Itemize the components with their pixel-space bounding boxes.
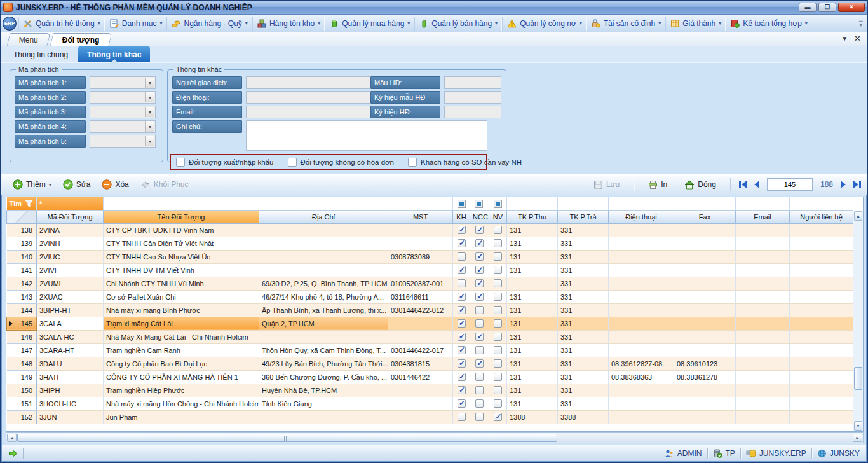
nv-checkbox[interactable] [494, 373, 502, 381]
cell-dienthoai[interactable] [609, 397, 674, 410]
ncc-checkbox[interactable] [475, 226, 484, 234]
cell-kh[interactable] [453, 237, 470, 250]
menu-item-0[interactable]: Quản trị hệ thống▾ [18, 17, 105, 31]
ncc-checkbox[interactable] [475, 279, 484, 287]
cell-mst[interactable] [388, 263, 453, 277]
cell-kh[interactable] [453, 277, 470, 290]
toolbar-button-thêm[interactable]: Thêm▾ [7, 179, 57, 190]
note-textarea[interactable] [246, 120, 487, 151]
cell-dienthoai[interactable] [609, 223, 674, 237]
cell-dienthoai[interactable] [609, 343, 674, 357]
nv-checkbox[interactable] [494, 413, 502, 421]
cell-email[interactable] [736, 357, 790, 370]
cell-nv[interactable] [489, 223, 507, 237]
cell-nv[interactable] [489, 290, 507, 303]
toolbar-button-khôi-phục[interactable]: Khôi Phục [135, 180, 194, 190]
row-header[interactable]: 139 [7, 237, 37, 250]
column-header-ncc[interactable]: NCC [470, 210, 489, 223]
row-header[interactable]: 143 [7, 290, 37, 303]
close-tab-icon[interactable]: ✕ [854, 34, 861, 43]
cell-nlh[interactable] [790, 303, 853, 317]
cell-nv[interactable] [489, 237, 507, 250]
kh-checkbox[interactable] [458, 239, 466, 247]
cell-tktra[interactable]: 331 [558, 384, 609, 397]
kh-checkbox[interactable] [458, 373, 466, 381]
kh-checkbox[interactable] [458, 359, 466, 368]
column-header-email[interactable]: Email [736, 210, 790, 223]
cell-dienthoai[interactable] [609, 277, 674, 290]
menu-item-3[interactable]: Hàng tồn kho▾ [252, 17, 325, 31]
cell-dienthoai[interactable] [609, 290, 674, 303]
table-row[interactable]: 1402VIUCCTY TNHH Cao Su Nhựa Việt Úc0308… [7, 250, 853, 263]
cell-tktra[interactable]: 331 [558, 317, 609, 330]
menu-item-8[interactable]: Giá thành▾ [665, 17, 726, 31]
menu-item-2[interactable]: Ngân hàng - Quỹ▾ [166, 17, 252, 31]
kh-checkbox[interactable] [458, 413, 466, 421]
cell-diachi[interactable] [259, 237, 388, 250]
cell-diachi[interactable]: Tỉnh Kiên Giang [259, 397, 388, 410]
filter-cell-diachi[interactable] [259, 197, 388, 210]
cell-nv[interactable] [489, 343, 507, 357]
cell-tktra[interactable]: 331 [558, 223, 609, 237]
cell-diachi[interactable]: 49/23 Lũy Bán Bích, Phường Tân Thới... [259, 357, 388, 370]
cell-ma[interactable]: 3CARA-HT [37, 343, 104, 357]
cell-ten[interactable]: Trạm nghiền Cam Ranh [104, 343, 259, 357]
cell-ten[interactable]: CÔNG TY CỔ PHẦN XI MĂNG HÀ TIÊN 1 [104, 370, 259, 384]
cell-ncc[interactable] [470, 303, 489, 317]
row-header[interactable]: 142 [7, 277, 37, 290]
ncc-checkbox[interactable] [475, 333, 484, 341]
cell-diachi[interactable]: Thôn Hòn Quy, xã Cam Thịnh Đông, T... [259, 343, 388, 357]
toolbar-button-sửa[interactable]: Sửa [57, 179, 97, 190]
cell-nv[interactable] [489, 317, 507, 330]
flag-checkbox-2[interactable]: Khách hàng có SO cần vay NH [408, 158, 522, 167]
cell-ma[interactable]: 3HIPH [37, 384, 104, 397]
cell-tktra[interactable]: 331 [558, 250, 609, 263]
filter-cell-tktra[interactable] [558, 197, 609, 210]
table-row[interactable]: 1503HIPHTrạm nghiền Hiệp PhướcHuyện Nhà … [7, 384, 853, 397]
cell-fax[interactable] [674, 223, 736, 237]
cell-tktra[interactable]: 331 [558, 303, 609, 317]
cell-dienthoai[interactable] [609, 303, 674, 317]
cell-fax[interactable] [674, 263, 736, 277]
nv-checkbox[interactable] [494, 293, 502, 301]
toolbar-button-lưu[interactable]: Lưu [588, 180, 625, 190]
cell-email[interactable] [736, 384, 790, 397]
cell-kh[interactable] [453, 343, 470, 357]
nv-filter-checkbox[interactable] [494, 200, 502, 208]
cell-ncc[interactable] [470, 317, 489, 330]
cell-kh[interactable] [453, 357, 470, 370]
cell-nlh[interactable] [790, 410, 853, 424]
cell-fax[interactable] [674, 410, 736, 424]
toolbar-button-xóa[interactable]: Xóa [96, 179, 134, 190]
table-row[interactable]: 1463CALA-HCNhà Máy Xi Măng Cát Lái - Chi… [7, 330, 853, 343]
row-header[interactable]: 152 [7, 410, 37, 424]
ncc-checkbox[interactable] [475, 346, 484, 354]
table-row[interactable]: 1493HATICÔNG TY CỔ PHẦN XI MĂNG HÀ TIÊN … [7, 370, 853, 384]
cell-tktra[interactable]: 331 [558, 357, 609, 370]
cell-ten[interactable]: Nhà máy xi măng Bình Phước [104, 303, 259, 317]
scroll-up-icon[interactable]: ▲ [854, 211, 862, 221]
table-row[interactable]: 1432XUACCơ sở Pallet Xuân Chi46/27/14 Kh… [7, 290, 853, 303]
menu-item-4[interactable]: Quản lý mua hàng▾ [325, 17, 414, 31]
table-row[interactable]: 1443BIPH-HTNhà máy xi măng Bình PhướcẤp … [7, 303, 853, 317]
ncc-filter-checkbox[interactable] [475, 200, 483, 208]
column-header-fax[interactable]: Fax [674, 210, 736, 223]
cell-tktra[interactable]: 331 [558, 343, 609, 357]
invoice-input-0[interactable] [444, 76, 501, 89]
column-header-diachi[interactable]: Địa Chỉ [259, 210, 388, 223]
nav-next-button[interactable] [841, 181, 846, 188]
analysis-combo-3[interactable]: ▼ [90, 106, 156, 118]
toolbar-button-đóng[interactable]: Đóng [679, 180, 722, 190]
cell-ma[interactable]: 3DALU [37, 357, 104, 370]
cell-ten[interactable]: CTY TNHH Cao Su Nhựa Việt Úc [104, 250, 259, 263]
filter-button[interactable]: Tìm [7, 197, 37, 210]
nv-checkbox[interactable] [494, 226, 502, 234]
ncc-checkbox[interactable] [475, 373, 484, 381]
cell-fax[interactable] [674, 330, 736, 343]
nv-checkbox[interactable] [494, 252, 502, 261]
cell-ten[interactable]: Nhà Máy Xi Măng Cát Lái - Chi Nhánh Holc… [104, 330, 259, 343]
analysis-combo-5[interactable]: ▼ [90, 135, 156, 148]
row-header[interactable]: 150 [7, 384, 37, 397]
kh-checkbox[interactable] [458, 252, 466, 261]
cell-mst[interactable] [388, 330, 453, 343]
